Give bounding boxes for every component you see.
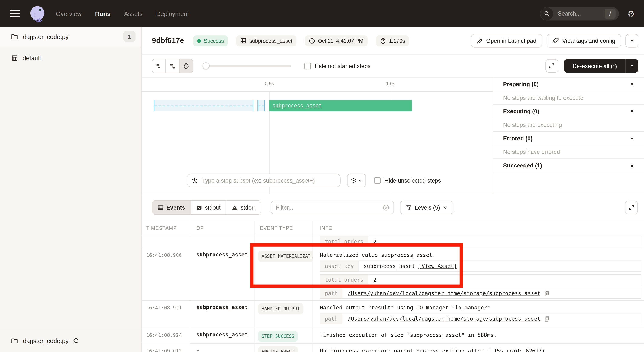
- table-row: 16:41:08.906: [142, 248, 190, 301]
- reload-icon[interactable]: [72, 337, 79, 344]
- step-subset-input[interactable]: [201, 177, 336, 184]
- event-type-tag[interactable]: ENGINE_EVENT: [258, 347, 298, 352]
- events-fullscreen-button[interactable]: [625, 201, 638, 214]
- gantt-fullscreen-button[interactable]: [546, 59, 558, 73]
- events-section: Events stdout stderr: [142, 194, 644, 352]
- gantt-zoom-slider[interactable]: [203, 59, 291, 73]
- table-row: 16:41:08.924: [142, 328, 190, 343]
- column-header-event-type: EVENT TYPE: [255, 221, 313, 235]
- table-row: 16:41:08.921: [142, 301, 190, 328]
- events-tabbar: Events stdout stderr: [142, 194, 644, 221]
- hide-unselected-checkbox[interactable]: [374, 177, 381, 184]
- run-job-tag[interactable]: subprocess_asset: [236, 35, 296, 46]
- axis-tick-1: 1.0s: [386, 81, 395, 87]
- table-row: subprocess_asset: [190, 301, 255, 328]
- column-header-info: INFO: [313, 221, 644, 235]
- hamburger-menu-icon[interactable]: [10, 10, 20, 17]
- status-section-errored[interactable]: Errored (0) ▼: [493, 132, 644, 145]
- slider-track: [203, 65, 291, 67]
- metadata-entry: asset_key subprocess_asset[View Asset]: [320, 261, 641, 272]
- warning-icon: [232, 205, 238, 210]
- status-section-preparing[interactable]: Preparing (0) ▼: [493, 77, 644, 91]
- collapse-icon: ▼: [630, 136, 634, 140]
- status-empty-preparing: No steps are waiting to execute: [493, 91, 644, 105]
- nav-deployment[interactable]: Deployment: [156, 10, 189, 17]
- table-row: ASSET_MATERIALIZAT…: [255, 248, 313, 301]
- folder-icon: [11, 337, 18, 344]
- step-subset-controls: Hide unselected steps: [187, 174, 441, 187]
- global-search[interactable]: /: [540, 7, 619, 20]
- gantt-step-bar[interactable]: subprocess_asset: [269, 100, 412, 111]
- screenshot-viewport: Overview Runs Assets Deployment / ⚙ dags…: [0, 0, 644, 352]
- funnel-icon: [406, 205, 412, 210]
- nav-overview[interactable]: Overview: [56, 10, 82, 17]
- run-status-badge: Success: [193, 35, 228, 46]
- view-tags-config-button[interactable]: View tags and config: [547, 34, 621, 47]
- reexecute-all-button[interactable]: Re-execute all (*): [564, 59, 626, 73]
- table-row: -: [190, 344, 255, 352]
- sidebar-item-default-job[interactable]: default: [0, 51, 141, 65]
- event-type-tag[interactable]: HANDLED_OUTPUT: [258, 303, 304, 314]
- table-row: subprocess_asset: [190, 328, 255, 344]
- levels-filter-button[interactable]: Levels (5): [400, 201, 454, 214]
- open-in-launchpad-button[interactable]: Open in Launchpad: [471, 34, 542, 47]
- log-filter-box[interactable]: [271, 201, 394, 214]
- status-empty-executing: No steps are executing: [493, 118, 644, 132]
- status-section-executing[interactable]: Executing (0) ▼: [493, 105, 644, 118]
- view-mode-flat-icon[interactable]: [152, 59, 166, 73]
- hide-unselected-checkbox-row[interactable]: Hide unselected steps: [374, 177, 441, 184]
- view-mode-timed-icon[interactable]: [179, 59, 193, 73]
- nav-runs[interactable]: Runs: [95, 10, 110, 17]
- run-actions-chevron-button[interactable]: [626, 34, 638, 47]
- metadata-entry: total_orders 2: [320, 236, 641, 247]
- expand-icon: [628, 204, 635, 211]
- run-id: 9dbf617e: [152, 36, 184, 45]
- search-input[interactable]: [557, 10, 604, 17]
- clear-filter-icon[interactable]: [383, 204, 389, 211]
- dagster-logo[interactable]: [28, 4, 47, 23]
- main-nav: Overview Runs Assets Deployment: [56, 10, 189, 17]
- event-type-tag[interactable]: ASSET_MATERIALIZAT…: [258, 251, 313, 262]
- log-tabs: Events stdout stderr: [152, 200, 261, 215]
- job-grid-icon: [11, 54, 18, 61]
- table-row: ENGINE_EVENT: [255, 344, 313, 352]
- slider-knob[interactable]: [202, 62, 210, 69]
- view-asset-link[interactable]: [View Asset]: [418, 263, 457, 269]
- repo-count-badge: 1: [123, 31, 136, 42]
- view-mode-waterfall-icon[interactable]: [166, 59, 179, 73]
- gantt-section: 0.5s 1.0s subprocess_asset: [142, 77, 644, 194]
- graph-options-button[interactable]: [347, 174, 366, 187]
- hide-not-started-checkbox[interactable]: [304, 62, 311, 69]
- storage-path-link[interactable]: /Users/yuhan/dev/local/dagster_home/stor…: [348, 290, 540, 296]
- metadata-entry: path /Users/yuhan/dev/local/dagster_home…: [320, 288, 641, 299]
- event-type-tag-success[interactable]: STEP_SUCCESS: [258, 331, 298, 342]
- copy-icon[interactable]: [544, 290, 550, 296]
- repo-name: dagster_code.py: [23, 33, 68, 40]
- hide-not-started-label: Hide not started steps: [314, 62, 370, 69]
- sidebar-repo-header[interactable]: dagster_code.py 1: [0, 27, 141, 46]
- layers-icon: [351, 177, 356, 183]
- tab-stdout[interactable]: stdout: [190, 201, 226, 214]
- step-status-panel: Preparing (0) ▼ No steps are waiting to …: [493, 77, 644, 194]
- table-row: Finished execution of step "subprocess_a…: [313, 328, 644, 344]
- step-subset-inputbox[interactable]: [187, 174, 340, 187]
- tab-stderr[interactable]: stderr: [226, 201, 261, 214]
- status-section-succeeded[interactable]: Succeeded (1) ▶: [493, 159, 644, 172]
- storage-path-link[interactable]: /Users/yuhan/dev/local/dagster_home/stor…: [348, 316, 540, 322]
- topbar: Overview Runs Assets Deployment / ⚙: [0, 0, 644, 27]
- run-header-actions: Open in Launchpad View tags and config: [471, 34, 638, 47]
- stopwatch-icon: [380, 37, 386, 44]
- gear-icon[interactable]: ⚙: [627, 9, 635, 18]
- hide-not-started-checkbox-row[interactable]: Hide not started steps: [304, 62, 370, 69]
- reexecute-dropdown-button[interactable]: ▾: [626, 59, 638, 73]
- table-row: 16:41:09.013: [142, 344, 190, 352]
- column-header-op: OP: [190, 221, 255, 235]
- log-filter-input[interactable]: [275, 204, 383, 211]
- copy-icon[interactable]: [544, 316, 550, 322]
- pencil-icon: [477, 37, 483, 44]
- tab-events[interactable]: Events: [152, 201, 190, 214]
- table-row: [142, 235, 190, 248]
- nav-assets[interactable]: Assets: [124, 10, 142, 17]
- gantt-waiting-bar: [154, 100, 254, 111]
- table-row: Multiprocess executor: parent process ex…: [313, 344, 644, 352]
